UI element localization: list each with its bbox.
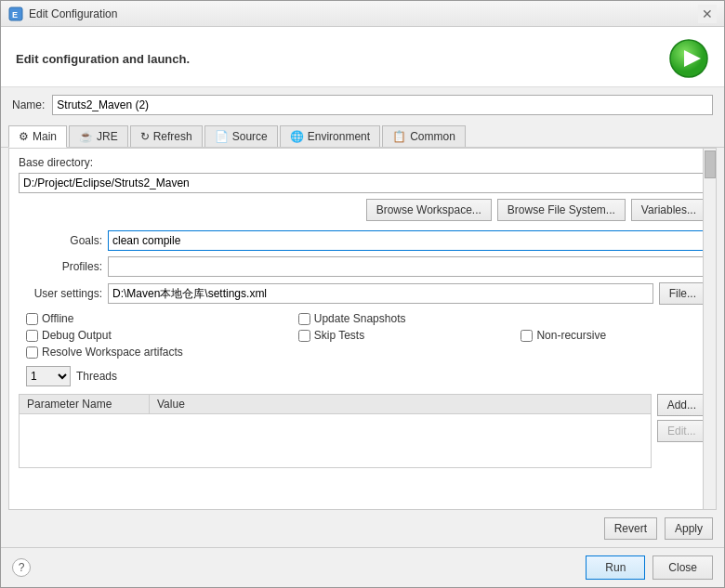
close-window-button[interactable]: ✕ [698,5,717,23]
main-window: E Edit Configuration ✕ Edit configuratio… [0,0,725,588]
threads-select[interactable]: 1 2 4 [26,366,71,386]
titlebar-left: E Edit Configuration [8,7,117,21]
offline-label: Offline [42,312,73,325]
debug-output-checkbox[interactable] [26,330,38,342]
tab-main-label: Main [33,130,57,143]
main-content: Base directory: Browse Workspace... Brow… [8,148,717,510]
tab-common[interactable]: 📋 Common [382,125,466,147]
param-name-col-header: Parameter Name [20,395,150,413]
titlebar: E Edit Configuration ✕ [1,1,724,27]
run-icon [668,38,709,79]
tab-env-label: Environment [308,130,370,143]
non-recursive-checkbox-item: Non-recursive [521,329,706,342]
update-snapshots-checkbox-item: Update Snapshots [298,312,507,325]
user-settings-label: User settings: [19,287,102,300]
resolve-workspace-checkbox[interactable] [26,346,38,359]
skip-tests-checkbox[interactable] [298,330,310,342]
debug-output-checkbox-item: Debug Output [26,329,283,342]
revert-button[interactable]: Revert [604,517,657,540]
tab-common-icon: 📋 [392,130,406,143]
tab-source-icon: 📄 [215,130,229,143]
tab-jre-label: JRE [97,130,118,143]
add-button[interactable]: Add... [657,394,706,416]
svg-text:E: E [12,10,18,20]
update-snapshots-label: Update Snapshots [314,312,406,325]
skip-tests-checkbox-item: Skip Tests [298,329,507,342]
browse-workspace-button[interactable]: Browse Workspace... [366,199,492,221]
debug-output-label: Debug Output [42,329,112,342]
footer-left: ? [12,558,31,577]
variables-button[interactable]: Variables... [631,199,706,221]
scrollbar[interactable] [703,149,716,509]
goals-input[interactable] [108,230,706,251]
file-button[interactable]: File... [659,282,706,305]
footer-right: Run Close [586,555,713,580]
threads-row: 1 2 4 Threads [19,366,706,386]
offline-checkbox[interactable] [26,313,38,325]
update-snapshots-checkbox[interactable] [298,313,310,325]
tab-source[interactable]: 📄 Source [204,125,278,147]
tab-refresh-label: Refresh [153,130,192,143]
tabs-bar: ⚙ Main ☕ JRE ↻ Refresh 📄 Source 🌐 Enviro… [1,123,724,148]
help-icon[interactable]: ? [12,558,31,577]
param-table: Parameter Name Value [19,394,652,468]
tab-jre-icon: ☕ [79,130,93,143]
goals-label: Goals: [19,234,102,247]
app-icon: E [8,7,23,21]
table-area: Parameter Name Value Add... Edit... [19,394,706,468]
goals-row: Goals: [19,230,706,251]
table-side-buttons: Add... Edit... [657,394,706,468]
threads-label: Threads [76,370,117,383]
skip-tests-label: Skip Tests [314,329,364,342]
tab-source-label: Source [232,130,268,143]
bottom-btn-row: Revert Apply [1,510,724,547]
footer-row: ? Run Close [1,547,724,587]
apply-button[interactable]: Apply [665,517,713,540]
close-button[interactable]: Close [652,555,713,580]
tab-environment[interactable]: 🌐 Environment [280,125,380,147]
user-settings-input[interactable] [108,283,653,304]
tab-common-label: Common [410,130,455,143]
name-label: Name: [12,98,45,111]
header-area: Edit configuration and launch. [1,27,724,87]
run-button[interactable]: Run [586,555,645,580]
user-settings-row: User settings: File... [19,282,706,305]
empty-cell [521,312,706,325]
window-title: Edit Configuration [29,7,117,20]
content-inner: Base directory: Browse Workspace... Brow… [9,149,716,476]
edit-button[interactable]: Edit... [657,420,706,442]
table-header: Parameter Name Value [20,395,651,414]
browse-row: Browse Workspace... Browse File System..… [19,199,706,221]
non-recursive-label: Non-recursive [536,329,606,342]
profiles-row: Profiles: [19,256,706,277]
tab-env-icon: 🌐 [290,130,304,143]
tab-refresh[interactable]: ↻ Refresh [130,125,203,147]
tab-jre[interactable]: ☕ JRE [69,125,128,147]
resolve-workspace-checkbox-item: Resolve Workspace artifacts [26,346,283,359]
base-dir-label: Base directory: [19,156,706,169]
checkbox-grid: Offline Update Snapshots Debug Output Sk… [19,312,706,359]
browse-filesystem-button[interactable]: Browse File System... [497,199,626,221]
value-col-header: Value [150,395,651,413]
profiles-label: Profiles: [19,260,102,273]
tab-main-icon: ⚙ [19,130,29,143]
table-body[interactable] [20,414,651,465]
profiles-input[interactable] [108,256,706,277]
offline-checkbox-item: Offline [26,312,283,325]
name-input[interactable] [52,95,713,115]
header-title: Edit configuration and launch. [16,52,190,66]
tab-refresh-icon: ↻ [140,130,150,143]
base-dir-input[interactable] [19,173,706,193]
non-recursive-checkbox[interactable] [521,330,533,342]
scrollbar-thumb[interactable] [705,150,716,178]
tab-main[interactable]: ⚙ Main [8,125,67,148]
name-row: Name: [1,87,724,123]
resolve-workspace-label: Resolve Workspace artifacts [42,346,183,359]
